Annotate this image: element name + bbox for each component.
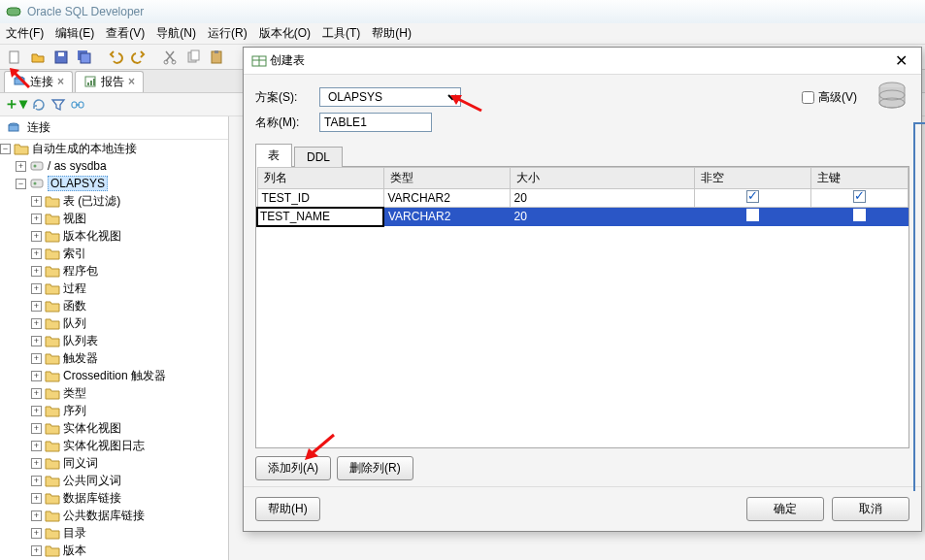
redo-icon[interactable] — [128, 47, 149, 68]
tree-item-label[interactable]: 过程 — [63, 280, 86, 297]
tree-item-label[interactable]: 目录 — [63, 525, 86, 542]
tree-item-label[interactable]: 实体化视图日志 — [63, 438, 145, 454]
cancel-button[interactable]: 取消 — [832, 497, 909, 521]
undo-icon[interactable] — [105, 47, 126, 68]
cell-size[interactable]: 20 — [510, 189, 694, 208]
menu-tools[interactable]: 工具(T) — [322, 25, 360, 42]
tree-item-label[interactable]: 实体化视图 — [63, 420, 121, 437]
tree-toggle[interactable]: + — [31, 545, 42, 556]
tab-table[interactable]: 表 — [255, 144, 292, 167]
add-column-button[interactable]: 添加列(A) — [255, 456, 331, 480]
col-header-type[interactable]: 类型 — [383, 168, 510, 189]
tree-toggle[interactable]: + — [31, 336, 42, 346]
tree-toggle[interactable]: + — [31, 283, 42, 294]
save-icon[interactable] — [50, 47, 72, 68]
pk-checkbox[interactable] — [853, 209, 866, 221]
col-header-size[interactable]: 大小 — [510, 168, 694, 189]
tree-item-label[interactable]: 版本化视图 — [63, 228, 121, 245]
ok-button[interactable]: 确定 — [746, 497, 824, 521]
tree-toggle[interactable]: + — [31, 388, 42, 399]
col-header-notnull[interactable]: 非空 — [694, 168, 810, 189]
advanced-checkbox[interactable] — [802, 91, 814, 104]
tree-item-label[interactable]: 程序包 — [63, 263, 98, 280]
tree-toggle[interactable]: + — [31, 214, 42, 224]
table-row[interactable]: TEST_NAMEVARCHAR220 — [257, 208, 908, 226]
tree-toggle[interactable]: − — [0, 144, 11, 154]
tree-item-label[interactable]: 队列表 — [63, 333, 98, 349]
tree-toggle[interactable]: + — [31, 371, 42, 381]
tree-toggle[interactable]: − — [16, 179, 26, 189]
schema-select[interactable]: OLAPSYS — [319, 87, 461, 107]
tree-item-label[interactable]: 触发器 — [63, 350, 98, 367]
tree-toggle[interactable]: + — [31, 353, 42, 364]
table-name-input[interactable] — [319, 113, 432, 132]
columns-grid[interactable]: 列名 类型 大小 非空 主键 TEST_IDVARCHAR220TEST_NAM… — [255, 166, 909, 448]
tree-toggle[interactable]: + — [31, 318, 42, 329]
cell-type[interactable]: VARCHAR2 — [383, 189, 510, 208]
tree-toggle[interactable]: + — [31, 231, 42, 242]
menu-nav[interactable]: 导航(N) — [156, 25, 196, 42]
tree-toggle[interactable]: + — [31, 248, 42, 259]
menu-file[interactable]: 文件(F) — [6, 25, 44, 42]
tree-item-label[interactable]: 数据库链接 — [63, 490, 121, 507]
menu-run[interactable]: 运行(R) — [208, 25, 248, 42]
tree-toggle[interactable]: + — [31, 511, 42, 521]
paste-icon[interactable] — [206, 47, 227, 68]
tree-toggle[interactable]: + — [31, 493, 42, 504]
tree-toggle[interactable]: + — [16, 161, 26, 172]
new-icon[interactable] — [4, 47, 25, 68]
cell-name[interactable]: TEST_NAME — [257, 208, 383, 226]
link-icon[interactable] — [70, 97, 85, 113]
menu-version[interactable]: 版本化(O) — [259, 25, 311, 42]
tree-toggle[interactable]: + — [31, 476, 42, 486]
tree-item-label[interactable]: 函数 — [63, 298, 86, 314]
tree-toggle[interactable]: + — [31, 266, 42, 277]
tree-sysdba-label[interactable]: / as sysdba — [48, 159, 107, 173]
cut-icon[interactable] — [159, 47, 181, 68]
tree-item-label[interactable]: 公共数据库链接 — [63, 508, 145, 524]
tree-root-label[interactable]: 自动生成的本地连接 — [32, 141, 137, 157]
tree-toggle[interactable]: + — [31, 196, 42, 207]
dialog-close-icon[interactable]: ✕ — [889, 51, 913, 70]
menu-help[interactable]: 帮助(H) — [372, 25, 412, 42]
tree-item-label[interactable]: 序列 — [63, 403, 86, 419]
delete-column-button[interactable]: 删除列(R) — [337, 456, 413, 480]
table-row[interactable]: TEST_IDVARCHAR220 — [257, 189, 908, 208]
refresh-icon[interactable] — [31, 97, 47, 113]
tree-toggle[interactable]: + — [31, 458, 42, 469]
tree-item-label[interactable]: 表 (已过滤) — [63, 193, 120, 210]
saveall-icon[interactable] — [74, 47, 95, 68]
tree-toggle[interactable]: + — [31, 528, 42, 539]
tab-close-icon[interactable]: × — [128, 75, 135, 88]
tree-toggle[interactable]: + — [31, 301, 42, 312]
col-header-pk[interactable]: 主键 — [810, 168, 908, 189]
tree-item-label[interactable]: 视图 — [63, 211, 86, 227]
menu-edit[interactable]: 编辑(E) — [55, 25, 94, 42]
connections-tree[interactable]: − 自动生成的本地连接 + / as sysdba − OLAPSYS +表 (… — [0, 140, 228, 559]
cell-type[interactable]: VARCHAR2 — [383, 208, 510, 226]
tab-reports[interactable]: 报告 × — [75, 71, 144, 92]
copy-icon[interactable] — [182, 47, 204, 68]
help-button[interactable]: 帮助(H) — [255, 497, 320, 521]
tree-item-label[interactable]: 版本 — [63, 543, 86, 559]
open-icon[interactable] — [27, 47, 49, 68]
tree-toggle[interactable]: + — [31, 441, 42, 451]
pk-checkbox[interactable] — [853, 190, 866, 203]
tree-item-label[interactable]: 队列 — [63, 315, 86, 332]
cell-size[interactable]: 20 — [510, 208, 694, 226]
new-connection-icon[interactable]: ＋▾ — [4, 94, 27, 115]
menu-view[interactable]: 查看(V) — [106, 25, 145, 42]
filter-icon[interactable] — [50, 97, 66, 113]
tree-item-label[interactable]: 索引 — [63, 246, 86, 262]
tab-ddl[interactable]: DDL — [294, 147, 343, 167]
tree-item-label[interactable]: 公共同义词 — [63, 473, 121, 489]
notnull-checkbox[interactable] — [746, 209, 759, 221]
cell-name[interactable]: TEST_ID — [257, 189, 383, 208]
tree-item-label[interactable]: Crossedition 触发器 — [63, 368, 166, 384]
col-header-name[interactable]: 列名 — [257, 168, 383, 189]
tree-item-label[interactable]: 类型 — [63, 385, 86, 402]
tree-toggle[interactable]: + — [31, 406, 42, 416]
tree-schema-label[interactable]: OLAPSYS — [48, 176, 108, 191]
notnull-checkbox[interactable] — [746, 190, 759, 203]
tab-connections[interactable]: 连接 × — [4, 71, 73, 92]
